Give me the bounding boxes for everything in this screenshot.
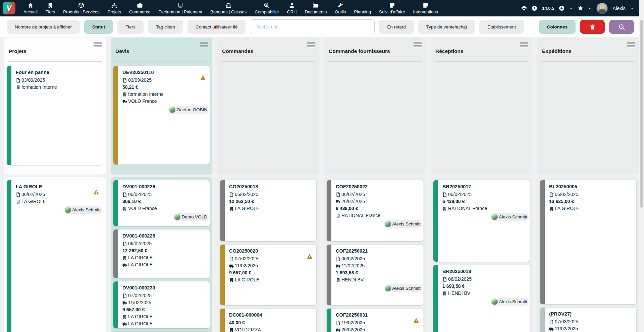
card-amount: 9 657,00 € [229, 269, 251, 276]
column-receptions-row2: BR20250017 06/02/2025 6 438,00 € RATIONA… [431, 177, 532, 332]
column-expeditions-row1: Expéditions [537, 38, 639, 175]
filter-bar: Nombre de projets à afficher Statut Tier… [0, 16, 644, 37]
commande-fournisseur-card[interactable]: COF20250021 06/02/2025 11/02/2025 1 693,… [327, 245, 423, 305]
vertical-scrollbar[interactable] [639, 0, 644, 332]
filter-statut-button[interactable]: Statut [84, 20, 113, 34]
commande-card[interactable]: DC001-000004 40,00 € VOLDPIZZA SuperAdmi… [220, 309, 316, 332]
user-chip[interactable]: Alexis Schmitt [491, 298, 529, 306]
sitemap-icon [111, 2, 117, 8]
bank-icon [225, 2, 231, 8]
expedition-card[interactable]: BL20250005 06/02/2025 13 625,00 € LA GIR… [540, 180, 636, 304]
expedition-card[interactable]: (PROV27) 07/03/2025 11/02/2025 10 730,00… [540, 308, 636, 332]
user-chip[interactable]: Alexis Schmitt [384, 284, 422, 292]
bookmarks-icon[interactable] [578, 5, 583, 11]
drag-grip-icon[interactable] [520, 42, 528, 47]
avatar[interactable] [596, 3, 608, 14]
nav-item-tiers[interactable]: Tiers [42, 0, 59, 16]
drag-grip-icon[interactable] [414, 42, 422, 47]
commande-fournisseur-card[interactable]: COF20250031 19/02/2025 26/02/2025 32 100… [327, 309, 423, 332]
devis-card[interactable]: DV001-000226 06/02/2025 306,10 € VOLD Fr… [113, 180, 210, 226]
nav-item-projets[interactable]: Projets [103, 0, 125, 16]
delete-filters-button[interactable] [580, 20, 605, 34]
user-chip[interactable]: Gaetan GOBIN [168, 106, 209, 114]
project-card[interactable]: Four en panne 03/09/2025 formation Inter… [7, 66, 103, 165]
user-chip[interactable]: Alexis Schmitt [491, 213, 529, 221]
filter-tag-client-button[interactable]: Tag client [148, 20, 183, 34]
app-logo[interactable]: V [3, 2, 15, 14]
user-chip[interactable]: Alexis Schmitt [384, 220, 422, 228]
filter-tiers-button[interactable]: Tiers [117, 20, 144, 34]
devis-card[interactable]: DEV20250110 03/09/2025 56,21 € formation… [113, 66, 210, 164]
quick-add-icon[interactable] [559, 5, 565, 11]
company-icon [336, 213, 340, 218]
truck-icon [122, 99, 127, 104]
user-menu[interactable]: Alexis [612, 6, 626, 11]
nav-item-accueil[interactable]: Accueil [19, 0, 42, 16]
colonnes-button[interactable]: Colonnes [539, 20, 576, 34]
drag-grip-icon[interactable] [307, 42, 315, 47]
column-title: Commande fournisseurs [329, 48, 421, 54]
filter-project-count-button[interactable]: Nombre de projets à afficher [7, 20, 80, 34]
commande-fournisseur-card[interactable]: COF20250022 06/02/2025 26/02/2025 6 438,… [327, 180, 423, 241]
search-input[interactable] [250, 19, 375, 34]
column-expeditions: Expéditions BL20250005 06/02/2025 13 625… [537, 38, 639, 332]
nav-item-suivi-affaire[interactable]: Suivi d'affaire [375, 0, 409, 16]
nav-item-interventions[interactable]: Interventions [409, 0, 442, 16]
user-chip[interactable]: Alexis Schmitt [64, 206, 102, 214]
drag-grip-icon[interactable] [200, 42, 208, 47]
reception-card[interactable]: BR20250018 06/02/2025 1 693,58 € HENDI B… [433, 265, 530, 332]
commande-card[interactable]: CO20250020 07/02/2025 11/02/2025 9 657,0… [220, 245, 316, 305]
column-projets-row2: LA GIROLE 06/02/2025 LA GIROLE Alexis Sc… [4, 177, 106, 332]
folder-icon [313, 2, 319, 8]
company-icon [16, 199, 20, 204]
commande-card[interactable]: CO20250018 06/02/2025 12 262,50 € LA GIR… [220, 180, 316, 241]
filter-type-vente-button[interactable]: Type de vente/achat [418, 20, 475, 34]
nav-item-comptabilite[interactable]: Comptabilité [251, 0, 283, 16]
nav-item-outils[interactable]: Outils [331, 0, 350, 16]
card-date: 03/09/2025 [21, 77, 45, 84]
help-icon[interactable] [532, 5, 537, 11]
search-dollar-icon [264, 2, 270, 8]
column-receptions: Réceptions BR20250017 06/02/2025 6 438,0… [431, 38, 532, 332]
card-date: 07/02/2025 [235, 255, 258, 262]
chevron-down-icon[interactable] [569, 6, 573, 10]
nav-item-produits-services[interactable]: Produits | Services [59, 0, 103, 16]
column-commandes-row2: CO20250018 06/02/2025 12 262,50 € LA GIR… [217, 177, 319, 332]
user-chip[interactable]: Demo VOLD [173, 213, 209, 221]
truck-icon [336, 264, 340, 268]
drag-grip-icon[interactable] [94, 42, 102, 47]
project-card[interactable]: LA GIROLE 06/02/2025 LA GIROLE Alexis Sc… [7, 180, 103, 332]
column-commande-fournisseurs: Commande fournisseurs COF20250022 06/02/… [324, 38, 426, 332]
divider [221, 61, 315, 62]
chevron-down-icon[interactable] [588, 6, 592, 10]
warning-icon [307, 254, 313, 259]
card-company: HENDI BV [341, 276, 364, 283]
filter-etablissement-button[interactable]: Etablissement [479, 20, 524, 34]
status-accent [113, 66, 118, 164]
devis-card[interactable]: DV001-000228 06/02/2025 12 262,50 € LA G… [113, 229, 210, 278]
user-name: Alexis Schmitt [72, 207, 101, 212]
reception-card[interactable]: BR20250017 06/02/2025 6 438,00 € RATIONA… [433, 180, 530, 262]
note-icon [389, 2, 395, 8]
nav-item-documents[interactable]: Documents [301, 0, 331, 16]
nav-item-commerce[interactable]: Commerce [125, 0, 155, 16]
status-accent [220, 180, 225, 241]
nav-item-grh[interactable]: GRH [283, 0, 301, 16]
nav-label: Commerce [129, 9, 151, 14]
nav-item-banques[interactable]: Banques | Caisses [206, 0, 251, 16]
filter-contact-button[interactable]: Contact utilisateur lié [187, 20, 246, 34]
drag-grip-icon[interactable] [627, 42, 635, 47]
avatar [169, 107, 175, 113]
company-icon [122, 256, 127, 260]
print-icon[interactable] [521, 5, 527, 11]
devis-card[interactable]: DV001-000230 07/02/2025 11/02/2025 9 657… [113, 281, 210, 328]
nav-item-facturation[interactable]: Facturation | Paiement [155, 0, 207, 16]
search-button[interactable] [609, 20, 634, 34]
nav-label: Planning [354, 9, 371, 14]
chevron-down-icon[interactable] [630, 6, 634, 10]
scrollbar-thumb[interactable] [640, 20, 643, 208]
company-icon [122, 92, 127, 97]
filter-en-retard-button[interactable]: En retard [379, 20, 414, 34]
card-date: 07/02/2025 [128, 292, 152, 299]
nav-item-planning[interactable]: Planning [350, 0, 375, 16]
